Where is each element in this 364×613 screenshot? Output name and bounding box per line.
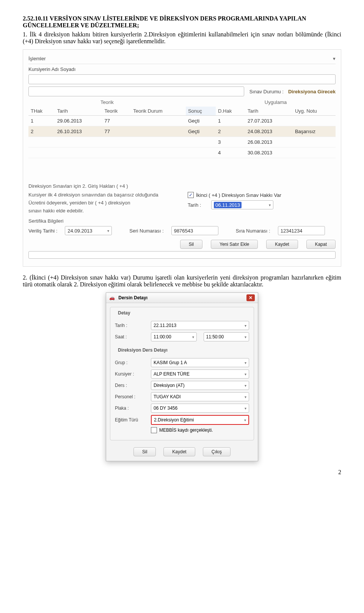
kursiyer-label: Kursiyer : xyxy=(115,371,151,377)
saat-start-input[interactable]: 11:00:00 xyxy=(151,332,197,341)
group-detay-title: Detay xyxy=(116,310,132,316)
note-line-2: Ücretini ödeyerek, yeniden bir ( +4 ) di… xyxy=(28,200,176,206)
tarih-label: Tarih : xyxy=(188,202,207,208)
th-teorik-durum: Teorik Durum xyxy=(131,107,186,116)
saat-end-input[interactable]: 11:50:00 xyxy=(204,332,249,341)
ikinci-hak-checkbox[interactable]: ✓ xyxy=(188,192,194,198)
tarih-label: Tarih : xyxy=(115,323,151,328)
ders-input[interactable]: Direksiyon (AT) xyxy=(151,381,249,390)
menu-dropdown-icon[interactable]: ▾ xyxy=(333,56,336,61)
ders-label: Ders : xyxy=(115,383,151,388)
exam-notes-window: İşlemler ▾ Kursiyerin Adı Soyadı Sınav D… xyxy=(23,49,341,267)
paragraph-1: 1. İlk 4 direksiyon hakkını bitiren kurs… xyxy=(23,31,341,45)
sinav-durumu-label: Sınav Durumu : xyxy=(249,89,284,94)
group-direksiyon-title: Direksiyon Ders Detayı xyxy=(116,347,169,353)
verilis-tarihi-label: Veriliş Tarihi : xyxy=(28,228,57,234)
tarih-input[interactable]: 06.11.2013 ▾ xyxy=(211,200,273,209)
note-line-3: sınavı hakkı elde edebilir. xyxy=(28,208,176,214)
sil-button[interactable]: Sil xyxy=(180,240,202,249)
exam-table: Teorik Uygulama THak Tarih Teorik Teorik… xyxy=(28,99,336,158)
th-dhak: D.Hak xyxy=(216,107,245,116)
dlg-kaydet-button[interactable]: Kaydet xyxy=(163,447,195,456)
paragraph-2: 2. (İkinci (+4) Direksiyon sınav hakkı v… xyxy=(23,274,341,288)
th-uygnotu: Uyg. Notu xyxy=(293,107,336,116)
sira-numarasi-label: Sıra Numarası : xyxy=(236,228,270,234)
mebbis-checkbox[interactable] xyxy=(151,427,157,433)
doc-title: 2.52.10.11 VERSİYON SINAV LİSTELERİNDE V… xyxy=(23,15,341,29)
sertifika-title: Sertifika Bilgileri xyxy=(28,218,336,224)
divider xyxy=(28,64,336,64)
kapat-button[interactable]: Kapat xyxy=(306,240,336,249)
car-icon: 🚗 xyxy=(109,295,115,300)
sira-numarasi-input[interactable]: 12341234 xyxy=(278,226,325,235)
seri-numarasi-input[interactable]: 9876543 xyxy=(171,226,218,235)
th-group-teorik: Teorik xyxy=(28,99,186,107)
sinav-durumu-value: Direksiyona Girecek xyxy=(288,89,336,94)
th-tarih: Tarih xyxy=(55,107,102,116)
th-sonuc: Sonuç xyxy=(186,107,216,116)
plaka-label: Plaka : xyxy=(115,406,151,411)
page-number: 2 xyxy=(23,469,341,476)
chevron-down-icon[interactable]: ▾ xyxy=(269,203,271,207)
tarih-value: 06.11.2013 xyxy=(214,202,242,208)
table-row[interactable]: 4 30.08.2013 xyxy=(28,148,336,158)
kaydet-button[interactable]: Kaydet xyxy=(266,240,298,249)
saat-label: Saat : xyxy=(115,334,151,340)
th-tarih2: Tarih xyxy=(245,107,293,116)
grup-input[interactable]: KASIM Grup 1 A xyxy=(151,358,249,367)
verilis-tarihi-input[interactable]: 24.09.2013 ▾ xyxy=(65,226,112,235)
table-row[interactable]: 1 29.06.2013 77 Geçti 1 27.07.2013 xyxy=(28,116,336,126)
personel-label: Personel : xyxy=(115,394,151,399)
th-thak: THak xyxy=(28,107,55,116)
menu-islemler[interactable]: İşlemler xyxy=(28,56,46,61)
lesson-detail-dialog: 🚗 Dersin Detayı ✕ Detay Tarih : 22.11.20… xyxy=(106,292,258,461)
kursiyer-name-label: Kursiyerin Adı Soyadı xyxy=(28,66,333,72)
filter-input[interactable] xyxy=(28,86,244,96)
plaka-input[interactable]: 06 DY 3456 xyxy=(151,404,249,413)
yeni-satir-button[interactable]: Yeni Satır Ekle xyxy=(211,240,258,249)
giris-haklari-title: Direksiyon Sınavları için 2. Giriş Hakla… xyxy=(28,183,336,189)
egitim-turu-input[interactable]: 2.Direksiyon Eğitimi xyxy=(151,415,249,425)
status-bar xyxy=(28,251,336,259)
tarih-input[interactable]: 22.11.2013 xyxy=(151,321,249,330)
table-row[interactable]: 3 26.08.2013 xyxy=(28,137,336,148)
grup-label: Grup : xyxy=(115,360,151,365)
kursiyer-name-input[interactable] xyxy=(28,74,336,84)
seri-numarasi-label: Seri Numarası : xyxy=(129,228,163,234)
kursiyer-input[interactable]: ALP EREN TÜRE xyxy=(151,369,249,379)
dlg-cikis-button[interactable]: Çıkış xyxy=(203,447,231,456)
personel-input[interactable]: TUGAY KADI xyxy=(151,392,249,401)
mebbis-label: MEBBİS kaydı gerçekleşti. xyxy=(159,428,213,433)
th-group-uygulama: Uygulama xyxy=(216,99,336,107)
th-teorik: Teorik xyxy=(102,107,131,116)
note-line-1: Kursiyer ilk 4 direksiyon sınavından da … xyxy=(28,192,176,198)
egitim-turu-label: Eğitim Türü xyxy=(115,417,151,423)
dlg-sil-button[interactable]: Sil xyxy=(133,447,156,456)
table-row[interactable]: 2 26.10.2013 77 Geçti 2 24.08.2013 Başar… xyxy=(28,126,336,137)
dialog-title: Dersin Detayı xyxy=(118,295,147,300)
ikinci-hak-label: İkinci ( +4 ) Direksiyon Sınav Hakkı Var xyxy=(196,192,281,198)
close-icon[interactable]: ✕ xyxy=(246,294,255,301)
chevron-down-icon[interactable]: ▾ xyxy=(107,229,109,233)
